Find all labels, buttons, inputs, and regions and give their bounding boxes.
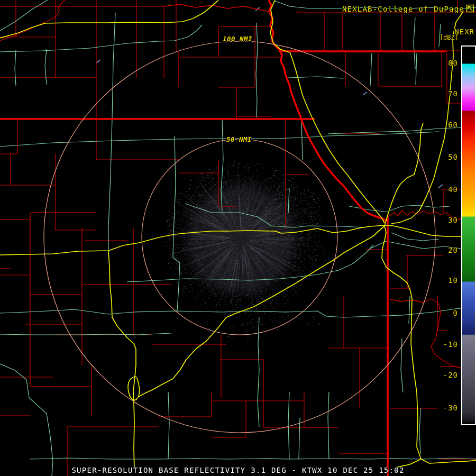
range-ring-label-50nmi: 50 NMI	[226, 135, 252, 143]
range-rings	[44, 41, 435, 433]
dbz-colorbar	[461, 45, 476, 425]
range-ring-50nmi	[142, 139, 337, 335]
product-title: SUPER-RESOLUTION BASE REFLECTIVITY 3.1 D…	[0, 466, 476, 474]
local-roads	[0, 0, 476, 476]
highway-roads	[0, 0, 476, 470]
map-viewport[interactable]	[0, 0, 476, 476]
colorbar-unit-label: [dBZ]	[440, 34, 459, 41]
river-lines	[0, 0, 476, 369]
dbz-colorbar-gradient	[462, 47, 475, 424]
brand-link[interactable]: NEXLAB-College of DuPage	[342, 5, 464, 13]
state-borders	[0, 0, 446, 476]
range-ring-label-100nmi: 100 NMI	[223, 35, 252, 43]
radar-app-window: 100 NMI 50 NMI NEXLAB-College of DuPage …	[0, 0, 476, 476]
range-ring-100nmi	[44, 41, 435, 433]
arrow-up-left-icon[interactable]	[466, 4, 474, 13]
